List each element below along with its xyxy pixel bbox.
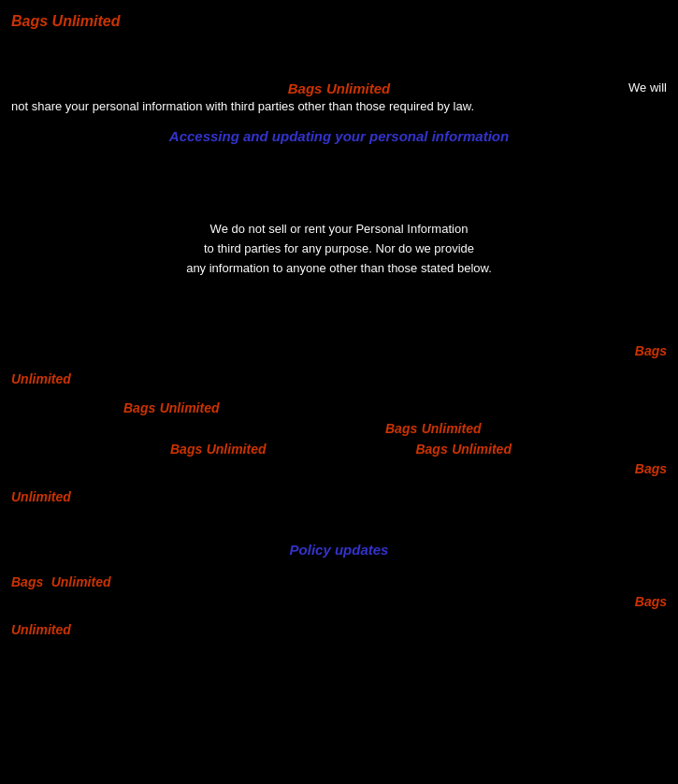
bottom-right-bags: Bags — [635, 594, 667, 609]
scatter-row-a2: Unlimited — [11, 371, 667, 398]
side-we-will: We will — [628, 80, 667, 94]
center-unlimited: Unlimited — [326, 80, 390, 96]
sell-line2: to third parties for any purpose. Nor do… — [11, 240, 667, 259]
scatter-row-a: Bags — [11, 343, 667, 370]
scatter-c-bags2: Bags — [170, 442, 202, 457]
page-container: Bags Unlimited Bags Unlimited We will no… — [0, 0, 678, 784]
scatter-c-unlimited1: Unlimited — [422, 421, 482, 436]
scatter-row-c: Bags Unlimited — [11, 420, 667, 437]
bottom-bags-1: Bags — [11, 574, 43, 589]
policy-heading: Policy updates — [290, 542, 389, 558]
scatter-row-d: Bags — [11, 461, 667, 487]
spacer-5 — [11, 517, 667, 527]
policy-heading-row: Policy updates — [11, 542, 667, 559]
accessing-heading-row: Accessing and updating your personal inf… — [11, 128, 667, 145]
scatter-c-unlimited2: Unlimited — [207, 442, 267, 457]
spacer-2 — [11, 117, 667, 128]
spacer-3 — [11, 154, 667, 211]
accessing-heading: Accessing and updating your personal inf… — [169, 128, 509, 144]
center-brand: Bags Unlimited — [11, 80, 667, 97]
scatter-d-right-bags: Bags — [635, 461, 667, 476]
top-left-bags: Bags — [11, 13, 48, 29]
center-bags: Bags — [288, 80, 323, 96]
spacer-1 — [11, 34, 667, 80]
center-brand-row: Bags Unlimited We will — [11, 80, 667, 97]
scatter-row-c2: Bags Unlimited Bags Unlimited — [11, 441, 667, 457]
scatter-d-left-unlimited: Unlimited — [11, 489, 71, 504]
sell-rent-box: We do not sell or rent your Personal Inf… — [11, 220, 667, 278]
bottom-row-2: Bags — [11, 594, 667, 620]
spacer-4 — [11, 287, 667, 343]
scatter-row-d2: Unlimited — [11, 489, 667, 515]
scatter-b-bags: Bags — [123, 400, 155, 415]
top-left-unlimited: Unlimited — [52, 13, 121, 29]
top-left-brand: Bags Unlimited — [11, 13, 667, 30]
scatter-d-bags1: Bags — [415, 442, 447, 457]
spacer-6 — [11, 566, 667, 573]
bottom-row-1: Bags Unlimited — [11, 573, 667, 590]
scatter-b-unlimited: Unlimited — [160, 400, 220, 415]
bottom-left-unlimited: Unlimited — [11, 622, 71, 637]
scatter-row-b: Bags Unlimited — [11, 399, 667, 416]
bottom-row-3: Unlimited — [11, 622, 667, 648]
privacy-line: not share your personal information with… — [11, 99, 667, 113]
sell-line3: any information to anyone other than tho… — [11, 259, 667, 279]
scatter-d-unlimited1: Unlimited — [452, 442, 512, 457]
bottom-unlimited-1: Unlimited — [51, 574, 111, 589]
scatter-a-left-unlimited: Unlimited — [11, 371, 71, 386]
sell-line1: We do not sell or rent your Personal Inf… — [11, 220, 667, 240]
scatter-c-bags1: Bags — [385, 421, 417, 436]
scatter-a-right-bags: Bags — [635, 343, 667, 358]
